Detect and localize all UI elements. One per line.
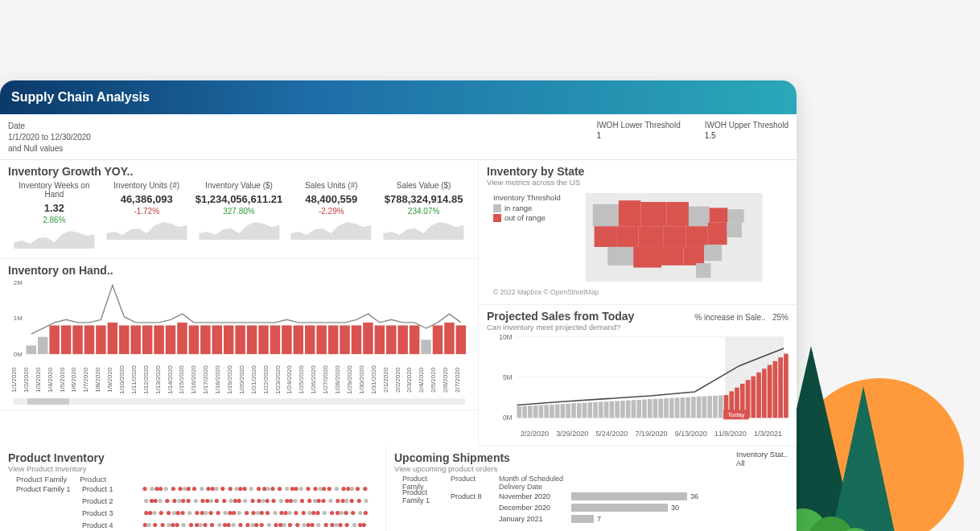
proj-bar[interactable] <box>675 397 680 418</box>
ioh-bar[interactable] <box>410 325 419 354</box>
ioh-bar[interactable] <box>96 325 105 354</box>
proj-bar[interactable] <box>555 404 560 418</box>
ioh-bar[interactable] <box>154 325 163 354</box>
proj-bar[interactable] <box>658 398 663 418</box>
ioh-bar[interactable] <box>270 325 280 354</box>
ioh-scrollbar[interactable] <box>13 398 465 405</box>
ioh-bar[interactable] <box>247 325 257 354</box>
proj-bar[interactable] <box>681 397 686 418</box>
proj-bar[interactable] <box>642 400 647 418</box>
proj-bar[interactable] <box>599 401 603 418</box>
ioh-bar[interactable] <box>49 325 59 354</box>
ioh-bar[interactable] <box>212 325 222 354</box>
ioh-bar[interactable] <box>316 325 326 354</box>
kpi-card[interactable]: Sales Value ($) $788,324,914.85 234.07% <box>377 178 470 253</box>
ioh-bar[interactable] <box>386 325 396 354</box>
projected-pct-value[interactable]: 25% <box>772 313 789 322</box>
proj-bar[interactable] <box>707 396 712 418</box>
ioh-bar[interactable] <box>72 325 82 354</box>
ioh-bar[interactable] <box>352 325 361 354</box>
proj-bar[interactable] <box>762 368 767 418</box>
ioh-bar[interactable] <box>294 325 303 354</box>
ioh-bar[interactable] <box>142 325 152 354</box>
proj-bar[interactable] <box>768 365 772 418</box>
ioh-bar[interactable] <box>224 325 233 354</box>
lower-threshold-filter[interactable]: IWOH Lower Threshold 1 <box>596 121 680 154</box>
ioh-bar[interactable] <box>375 325 385 354</box>
ioh-bar[interactable] <box>84 325 94 354</box>
ioh-bar[interactable] <box>444 323 454 354</box>
proj-bar[interactable] <box>778 357 783 418</box>
shipment-row[interactable]: Product Family 1Product 8November 202036 <box>402 491 780 502</box>
proj-bar[interactable] <box>691 397 696 418</box>
kpi-card[interactable]: Inventory Weeks on Hand 1.32 2.86% <box>8 178 101 253</box>
pi-dot-row[interactable] <box>129 520 386 530</box>
ioh-bar[interactable] <box>433 325 443 354</box>
proj-bar[interactable] <box>773 361 778 418</box>
proj-bar[interactable] <box>615 401 620 418</box>
ioh-bar[interactable] <box>340 325 349 354</box>
inv-status-value[interactable]: All <box>736 459 788 467</box>
proj-bar[interactable] <box>571 403 576 418</box>
proj-bar[interactable] <box>550 405 554 418</box>
ioh-bar[interactable] <box>119 325 129 354</box>
projected-chart[interactable]: 10M5M0MToday <box>487 331 789 428</box>
ioh-bar[interactable] <box>282 325 291 354</box>
ioh-bar[interactable] <box>258 325 268 354</box>
pi-dot-row[interactable] <box>129 496 386 506</box>
us-map[interactable] <box>566 193 782 282</box>
ioh-bar[interactable] <box>328 325 338 354</box>
proj-bar[interactable] <box>566 404 570 418</box>
shipment-row[interactable]: December 202030 <box>402 502 780 513</box>
ioh-bar[interactable] <box>130 325 140 354</box>
ioh-bar[interactable] <box>456 325 466 354</box>
ioh-bar[interactable] <box>108 323 117 354</box>
proj-bar[interactable] <box>713 396 718 418</box>
kpi-card[interactable]: Sales Units (#) 48,400,559 -2.29% <box>285 178 377 253</box>
ioh-bar[interactable] <box>421 340 430 354</box>
proj-bar[interactable] <box>604 401 609 418</box>
ioh-bar[interactable] <box>363 323 373 354</box>
ioh-bar[interactable] <box>38 337 47 354</box>
ioh-bar[interactable] <box>166 325 175 354</box>
pi-product[interactable]: Product 3 <box>82 508 126 520</box>
proj-bar[interactable] <box>577 403 582 418</box>
proj-bar[interactable] <box>620 401 625 418</box>
proj-bar[interactable] <box>632 400 636 418</box>
proj-bar[interactable] <box>593 402 598 418</box>
pi-dot-row[interactable] <box>129 484 386 494</box>
ioh-bar[interactable] <box>200 325 210 354</box>
ioh-bar[interactable] <box>397 325 407 354</box>
proj-bar[interactable] <box>528 405 533 418</box>
proj-bar[interactable] <box>610 401 615 418</box>
ioh-bar[interactable] <box>177 323 187 354</box>
proj-bar[interactable] <box>756 373 761 418</box>
proj-bar[interactable] <box>784 354 789 418</box>
proj-bar[interactable] <box>539 405 544 418</box>
proj-bar[interactable] <box>533 405 538 418</box>
proj-bar[interactable] <box>697 397 702 418</box>
pi-product[interactable]: Product 4 <box>82 520 126 531</box>
ioh-bar[interactable] <box>189 325 199 354</box>
proj-bar[interactable] <box>522 406 527 418</box>
shipment-row[interactable]: January 20217 <box>402 513 780 525</box>
proj-bar[interactable] <box>587 402 592 418</box>
proj-bar[interactable] <box>686 397 690 418</box>
ioh-chart[interactable]: 2M1M0M <box>8 277 470 361</box>
pi-product[interactable]: Product 2 <box>82 496 126 508</box>
pi-product[interactable]: Product 1 <box>82 484 126 496</box>
pi-dot-row[interactable] <box>129 508 386 518</box>
proj-bar[interactable] <box>561 404 566 418</box>
proj-bar[interactable] <box>583 403 587 418</box>
proj-bar[interactable] <box>702 397 707 418</box>
proj-bar[interactable] <box>636 400 641 418</box>
proj-bar[interactable] <box>626 401 631 418</box>
proj-bar[interactable] <box>664 398 669 418</box>
ioh-scroll-thumb[interactable] <box>27 398 69 405</box>
kpi-card[interactable]: Inventory Units (#) 46,386,093 -1.72% <box>101 178 193 253</box>
upper-threshold-filter[interactable]: IWOH Upper Threshold 1.5 <box>705 121 789 154</box>
ioh-bar[interactable] <box>305 325 315 354</box>
kpi-card[interactable]: Inventory Value ($) $1,234,056,611.21 32… <box>193 178 286 253</box>
ioh-bar[interactable] <box>235 325 245 354</box>
ioh-bar[interactable] <box>61 325 71 354</box>
